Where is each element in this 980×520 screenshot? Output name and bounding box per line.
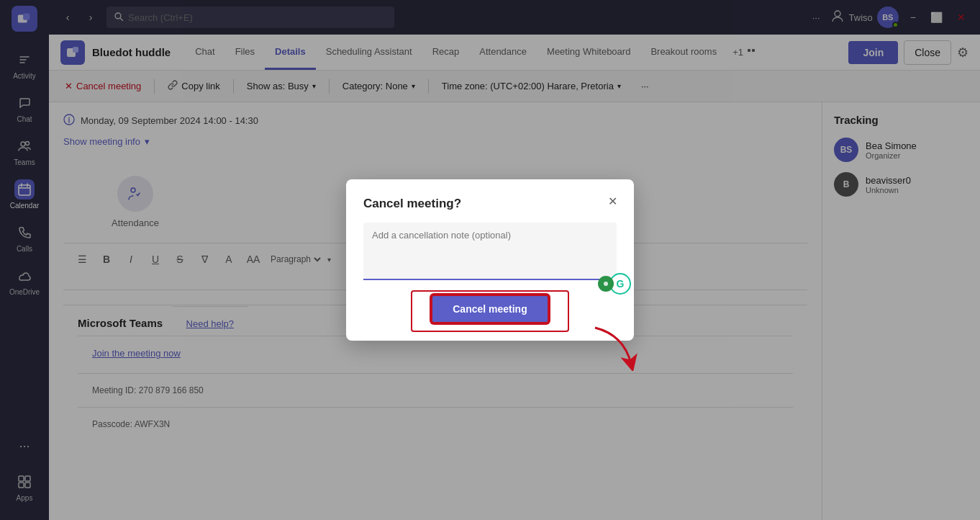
- svg-point-17: [604, 282, 608, 286]
- cancellation-note-textarea[interactable]: [363, 223, 617, 280]
- cancel-meeting-button[interactable]: Cancel meeting: [431, 295, 548, 323]
- grammarly-dot-icon: [598, 276, 614, 292]
- grammarly-widget: G: [598, 273, 631, 295]
- arrow-annotation: [588, 320, 645, 374]
- dialog-footer: Cancel meeting G: [363, 295, 617, 323]
- modal-overlay: Cancel meeting? ✕ Cancel meeting G: [0, 0, 980, 520]
- cancel-meeting-dialog: Cancel meeting? ✕ Cancel meeting G: [346, 179, 634, 341]
- dialog-close-button[interactable]: ✕: [602, 191, 622, 211]
- dialog-title: Cancel meeting?: [363, 197, 617, 211]
